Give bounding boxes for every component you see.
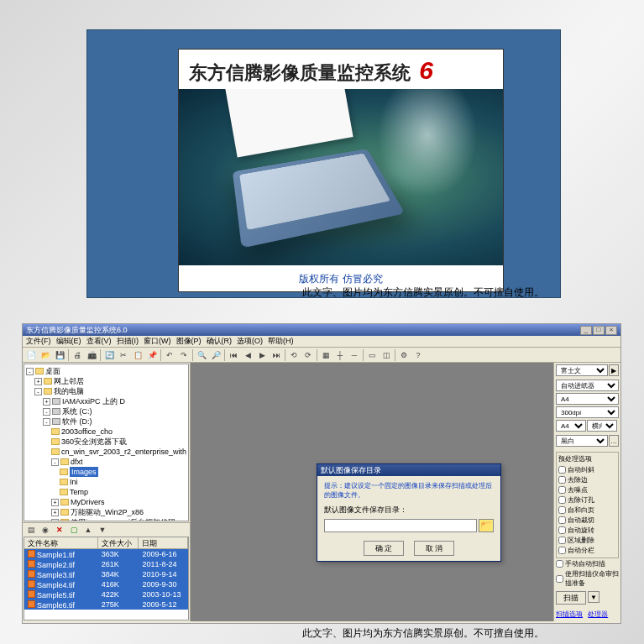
preprocess-option[interactable]: 去噪点 xyxy=(558,485,616,495)
ok-button[interactable]: 确 定 xyxy=(364,541,404,556)
select-icon[interactable]: ◫ xyxy=(380,348,393,362)
tree-node[interactable]: 2003office_cho xyxy=(26,427,186,437)
zoom-in-icon[interactable]: 🔍 xyxy=(195,348,208,362)
tree-toggle-icon[interactable]: - xyxy=(34,388,42,395)
menu-item[interactable]: 查看(V) xyxy=(86,336,112,347)
tree-node[interactable]: -软件 (D:) xyxy=(26,416,186,427)
manual-scan-check[interactable]: 手动自动扫描 xyxy=(556,559,619,568)
rotate-left-icon[interactable]: ⟲ xyxy=(287,348,301,362)
processor-link[interactable]: 处理器 xyxy=(588,610,608,618)
cancel-button[interactable]: 取 消 xyxy=(414,541,454,556)
copy-icon[interactable]: 📋 xyxy=(131,348,144,362)
folder-tree[interactable]: -桌面+网上邻居-我的电脑+IAMAxxiPC 上的 D-系统 (C:)-软件 … xyxy=(24,364,189,521)
select-all-icon[interactable]: ◉ xyxy=(39,523,52,537)
color-select[interactable]: 黑白 xyxy=(556,435,608,447)
preprocess-option[interactable]: 区域删除 xyxy=(558,536,616,545)
save-icon[interactable]: 💾 xyxy=(53,348,66,362)
up-icon[interactable]: ▲ xyxy=(81,523,95,537)
crop-icon[interactable]: ▭ xyxy=(365,348,379,362)
single-scan-check[interactable]: 使用扫描仪命审扫描准备 xyxy=(556,569,619,588)
preprocess-option[interactable]: 去除边 xyxy=(558,475,616,484)
tree-node[interactable]: cn_win_svr_2003_r2_enterprise_with_sp2 xyxy=(26,447,186,457)
tree-node[interactable]: +万能驱动_Win2P_x86 xyxy=(26,507,186,517)
tree-node[interactable]: Images xyxy=(26,467,186,477)
file-row[interactable]: Sample3.tif384K2010-9-14 xyxy=(24,569,188,579)
language-select[interactable]: 富士文 xyxy=(556,364,608,376)
tree-toggle-icon[interactable]: + xyxy=(43,398,50,406)
undo-icon[interactable]: ↶ xyxy=(163,348,176,362)
scan-icon[interactable]: 📠 xyxy=(85,348,98,362)
tree-node[interactable]: -桌面 xyxy=(26,366,186,376)
dpi-select[interactable]: 300dpi xyxy=(556,406,619,418)
file-row[interactable]: Sample6.tif275K2009-5-12 xyxy=(24,599,188,610)
tree-toggle-icon[interactable]: - xyxy=(51,458,59,466)
preprocess-option[interactable]: 去除订孔 xyxy=(558,495,616,505)
close-button[interactable]: × xyxy=(605,326,617,335)
tree-toggle-icon[interactable]: - xyxy=(43,418,50,426)
column-header[interactable]: 日期 xyxy=(139,537,188,548)
file-list[interactable]: 文件名称文件大小日期 Sample1.tif363K2009-6-16Sampl… xyxy=(24,537,189,620)
tree-node[interactable]: -系统 (C:) xyxy=(26,406,186,416)
first-page-icon[interactable]: ⏮ xyxy=(227,348,240,362)
tree-node[interactable]: +MyDrivers xyxy=(26,497,186,507)
column-header[interactable]: 文件大小 xyxy=(98,537,139,548)
color-more-icon[interactable]: … xyxy=(609,435,619,447)
tree-node[interactable]: Temp xyxy=(26,487,186,497)
tree-node[interactable]: 360安全浏览器下载 xyxy=(26,437,186,447)
tree-toggle-icon[interactable]: - xyxy=(26,368,34,375)
preprocess-option[interactable]: 自动旋转 xyxy=(558,526,616,535)
tree-toggle-icon[interactable]: + xyxy=(34,378,42,385)
tree-toggle-icon[interactable]: + xyxy=(51,519,59,522)
open-icon[interactable]: 📂 xyxy=(39,348,52,362)
file-row[interactable]: Sample5.tif422K2003-10-13 xyxy=(24,589,188,599)
menu-item[interactable]: 窗口(W) xyxy=(144,336,171,347)
save-path-input[interactable] xyxy=(324,519,477,532)
browse-button[interactable]: 📁 xyxy=(479,519,494,532)
tree-node[interactable]: +网上邻居 xyxy=(26,376,186,386)
preprocess-option[interactable]: 自动裁切 xyxy=(558,516,616,525)
tree-node[interactable]: -dfxt xyxy=(26,457,186,467)
image-viewer-panel[interactable]: 默认图像保存目录 提示：建议设定一个固定的图像目录来保存扫描或处理后的图像文件。… xyxy=(191,363,553,621)
grid-icon[interactable]: ▦ xyxy=(319,348,332,362)
tree-node[interactable]: +使用jquery easyui后台框架代码 xyxy=(26,517,186,521)
scan-dropdown-icon[interactable]: ▼ xyxy=(588,591,599,603)
new-icon[interactable]: 📄 xyxy=(24,348,38,362)
preprocess-option[interactable]: 自动分栏 xyxy=(558,546,616,555)
menu-item[interactable]: 选项(O) xyxy=(237,336,263,347)
file-row[interactable]: Sample4.tif416K2009-9-30 xyxy=(24,579,188,589)
print-icon[interactable]: 🖨 xyxy=(71,348,84,362)
menu-item[interactable]: 文件(F) xyxy=(26,336,51,347)
maximize-button[interactable]: □ xyxy=(593,326,605,335)
lang-apply-icon[interactable]: ▶ xyxy=(609,364,619,376)
scan-options-link[interactable]: 扫描选项 xyxy=(556,610,583,618)
zoom-out-icon[interactable]: 🔎 xyxy=(209,348,223,362)
file-row[interactable]: Sample1.tif363K2009-6-16 xyxy=(24,549,188,559)
window-titlebar[interactable]: 东方信腾影像质量监控系统6.0 _ □ × xyxy=(23,324,620,336)
delete-icon[interactable]: ✕ xyxy=(53,523,66,537)
scan-button[interactable]: 扫描 xyxy=(556,591,586,605)
rotate-right-icon[interactable]: ⟳ xyxy=(301,348,315,362)
vertical-split-icon[interactable]: ┼ xyxy=(333,348,347,362)
help-icon[interactable]: ? xyxy=(411,348,425,362)
menu-item[interactable]: 编辑(E) xyxy=(56,336,81,347)
last-page-icon[interactable]: ⏭ xyxy=(270,348,283,362)
feeder-select[interactable]: 自动进纸器 xyxy=(556,380,619,391)
tree-node[interactable]: -我的电脑 xyxy=(26,386,186,396)
orientation-select[interactable]: 横向 xyxy=(587,420,617,432)
cut-icon[interactable]: ✂ xyxy=(117,348,130,362)
redo-icon[interactable]: ↷ xyxy=(177,348,191,362)
next-page-icon[interactable]: ▶ xyxy=(255,348,269,362)
tree-toggle-icon[interactable]: - xyxy=(43,408,50,416)
menu-item[interactable]: 确认(R) xyxy=(207,336,233,347)
tree-node[interactable]: Ini xyxy=(26,477,186,487)
horizontal-split-icon[interactable]: ─ xyxy=(348,348,361,362)
column-header[interactable]: 文件名称 xyxy=(24,537,98,548)
menu-item[interactable]: 帮助(H) xyxy=(268,336,294,347)
tree-toggle-icon[interactable]: + xyxy=(51,499,59,506)
menu-item[interactable]: 扫描(I) xyxy=(117,336,139,347)
paper-select[interactable]: A4 xyxy=(556,393,619,405)
menu-item[interactable]: 图像(P) xyxy=(176,336,202,347)
list-view-icon[interactable]: ▤ xyxy=(24,523,38,537)
refresh-icon[interactable]: 🔄 xyxy=(102,348,116,362)
check-icon[interactable]: ▢ xyxy=(67,523,81,537)
